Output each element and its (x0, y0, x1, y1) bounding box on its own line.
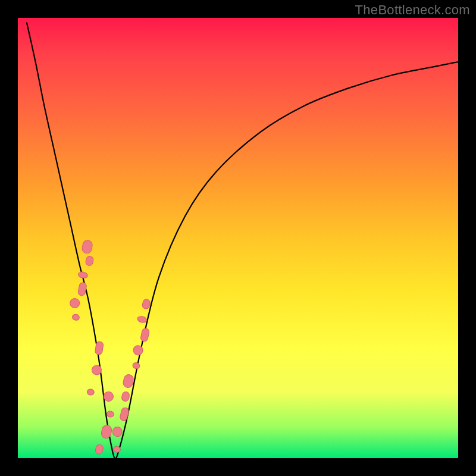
bead-layer (18, 18, 458, 458)
bead (112, 446, 121, 453)
bead (82, 240, 93, 255)
bead (123, 374, 134, 389)
bead-group (69, 240, 151, 455)
bead (69, 298, 80, 309)
bead (95, 341, 104, 355)
bead (78, 271, 89, 279)
bead (112, 426, 123, 437)
bead (95, 444, 104, 455)
bead (132, 362, 140, 369)
bead (72, 314, 80, 321)
bead (87, 389, 95, 396)
bead (121, 391, 130, 402)
bead (85, 256, 94, 267)
bead (120, 407, 130, 421)
bead (101, 424, 112, 439)
bead (140, 328, 149, 342)
bead (103, 391, 114, 402)
bead (77, 282, 87, 296)
bead (133, 345, 144, 356)
bead (142, 299, 151, 309)
chart-frame: TheBottleneck.com (0, 0, 476, 476)
plot-area (18, 18, 458, 458)
bead (137, 315, 148, 323)
watermark-text: TheBottleneck.com (355, 2, 470, 18)
bead (106, 411, 114, 418)
bead (91, 365, 102, 375)
